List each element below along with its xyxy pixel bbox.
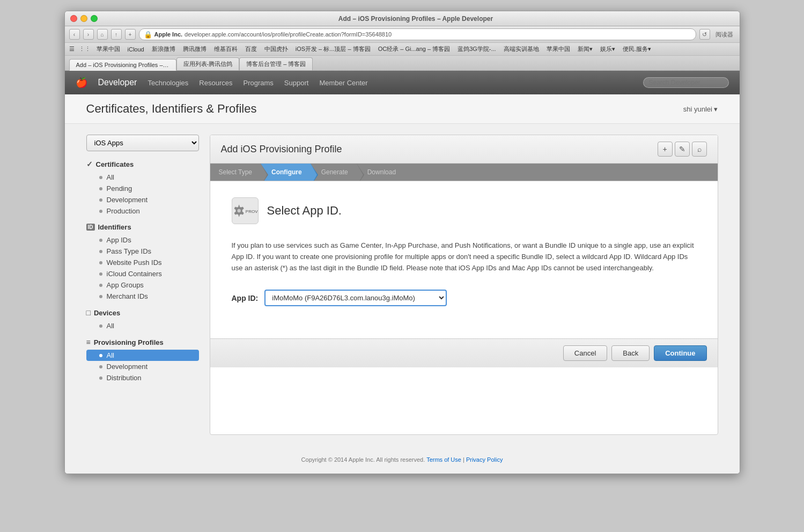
sidebar-item-icloud-label: iCloud Containers — [107, 270, 162, 278]
bookmark-grid: ⋮⋮ — [79, 46, 91, 53]
address-url: developer.apple.com/account/ios/profile/… — [185, 31, 392, 38]
nav-member-center[interactable]: Member Center — [319, 79, 367, 87]
content-body: PROV Select App ID. If you plan to use s… — [210, 181, 718, 338]
prov-label: PROV — [246, 209, 258, 214]
continue-button[interactable]: Continue — [654, 345, 706, 361]
gear-svg-icon — [232, 202, 246, 219]
tab-3[interactable]: 博客后台管理 – 博客园 — [239, 57, 313, 70]
bookmark-training[interactable]: 高端实训基地 — [502, 45, 541, 54]
provisioning-header: ≡ Provisioning Profiles — [86, 338, 199, 346]
provisioning-label: Provisioning Profiles — [94, 338, 164, 346]
page-title: Certificates, Identifiers & Profiles — [86, 102, 257, 116]
bookmark-wiki[interactable]: 维基百科 — [212, 45, 239, 54]
search-button[interactable]: ⌕ — [692, 142, 707, 157]
address-bar[interactable]: 🔒 Apple Inc. developer.apple.com/account… — [139, 28, 696, 40]
bookmark-ios[interactable]: iOS开发 – 标...顶层 – 博客园 — [294, 45, 372, 54]
bookmark-entertainment[interactable]: 娱乐▾ — [599, 45, 617, 54]
add-tab-button[interactable]: + — [125, 29, 136, 40]
bookmark-news[interactable]: 新闻▾ — [576, 45, 594, 54]
step-configure-label: Configure — [271, 168, 302, 176]
window-title: Add – iOS Provisioning Profiles – Apple … — [98, 15, 734, 23]
dot-icon — [99, 295, 102, 298]
certificates-header: ✓ Certificates — [86, 160, 199, 168]
content-actions: + ✎ ⌕ — [658, 142, 707, 157]
select-appid-header: PROV Select App ID. — [232, 197, 696, 224]
bookmark-apple-china[interactable]: 苹果中国 — [95, 45, 122, 54]
platform-dropdown[interactable]: iOS Apps — [86, 135, 199, 151]
dot-icon — [99, 176, 102, 179]
cancel-button[interactable]: Cancel — [563, 345, 607, 361]
sidebar-item-app-groups[interactable]: App Groups — [86, 279, 199, 291]
privacy-link[interactable]: Privacy Policy — [466, 456, 503, 463]
edit-button[interactable]: ✎ — [675, 142, 690, 157]
sidebar-item-profiles-dev-label: Development — [107, 363, 148, 371]
bookmark-icloud[interactable]: iCloud — [126, 46, 146, 53]
bookmark-services[interactable]: 便民.服务▾ — [621, 45, 653, 54]
search-input[interactable] — [643, 77, 729, 88]
bookmark-hupu[interactable]: 中国虎扑 — [263, 45, 290, 54]
sidebar-item-website-push-ids[interactable]: Website Push IDs — [86, 257, 199, 268]
sidebar-item-app-ids[interactable]: App IDs — [86, 234, 199, 246]
sidebar-item-profiles-dist-label: Distribution — [107, 374, 142, 382]
dot-icon — [99, 272, 102, 276]
content-title: Add iOS Provisioning Profile — [221, 144, 342, 155]
reload-button[interactable]: ↺ — [699, 29, 710, 40]
sidebar-item-profiles-distribution[interactable]: Distribution — [86, 372, 199, 383]
bookmark-baidu[interactable]: 百度 — [244, 45, 259, 54]
bookmark-oc[interactable]: OC经承 – Gi...ang – 博客园 — [377, 45, 452, 54]
tab-1[interactable]: Add – iOS Provisioning Profiles – Apple … — [69, 59, 176, 71]
nav-support[interactable]: Support — [284, 79, 309, 87]
svg-point-1 — [237, 209, 240, 212]
user-menu[interactable]: shi yunlei ▾ — [683, 105, 718, 113]
app-id-select[interactable]: iMoMoMo (F9A26D76L3.com.lanou3g.iMoMo) — [264, 290, 447, 306]
nav-resources[interactable]: Resources — [199, 79, 232, 87]
wizard-step-select-type[interactable]: Select Type — [210, 164, 261, 181]
provisioning-icon: ≡ — [86, 338, 91, 346]
sidebar-item-production[interactable]: Production — [86, 205, 199, 217]
main-layout: iOS Apps ✓ Certificates All Pending — [65, 124, 740, 446]
developer-brand: Developer — [98, 78, 137, 87]
sidebar-item-development[interactable]: Development — [86, 194, 199, 205]
nav-technologies[interactable]: Technologies — [147, 79, 188, 87]
sidebar-item-pending[interactable]: Pending — [86, 183, 199, 194]
tab-bar: Add – iOS Provisioning Profiles – Apple … — [65, 56, 740, 71]
home-button[interactable]: ⌂ — [97, 29, 108, 40]
nav-programs[interactable]: Programs — [243, 79, 273, 87]
bookmark-icon: ☰ — [69, 46, 75, 53]
provisioning-profile-icon: PROV — [232, 197, 259, 224]
back-button[interactable]: Back — [611, 345, 650, 361]
sidebar-item-website-push-ids-label: Website Push IDs — [107, 258, 162, 267]
minimize-button[interactable] — [80, 15, 87, 22]
sidebar: iOS Apps ✓ Certificates All Pending — [86, 135, 199, 435]
sidebar-item-pending-label: Pending — [107, 184, 132, 193]
dot-icon — [99, 250, 102, 253]
sidebar-item-pass-type-ids[interactable]: Pass Type IDs — [86, 246, 199, 257]
certificates-label: Certificates — [96, 160, 134, 168]
maximize-button[interactable] — [91, 15, 98, 22]
back-button[interactable]: ‹ — [69, 29, 80, 40]
content-header: Add iOS Provisioning Profile + ✎ ⌕ — [210, 135, 718, 164]
bookmark-qq[interactable]: 腾讯微博 — [181, 45, 208, 54]
step-select-type-label: Select Type — [219, 168, 252, 176]
id-icon: ID — [86, 224, 95, 231]
dot-icon — [99, 284, 102, 287]
bookmark-sina[interactable]: 新浪微博 — [150, 45, 177, 54]
bookmark-langu[interactable]: 蓝鸽3G学院-... — [456, 45, 498, 54]
dot-icon — [99, 239, 102, 242]
reader-button[interactable]: 阅读器 — [713, 31, 735, 39]
add-button[interactable]: + — [658, 142, 673, 157]
sidebar-item-merchant-ids[interactable]: Merchant IDs — [86, 291, 199, 302]
tab-2[interactable]: 应用列表-腾讯信鸽 — [176, 57, 240, 70]
sidebar-item-certs-all[interactable]: All — [86, 172, 199, 183]
share-button[interactable]: ↑ — [111, 29, 122, 40]
forward-button[interactable]: › — [83, 29, 94, 40]
wizard-steps: Select Type Configure Generate Download — [210, 164, 718, 181]
sidebar-item-devices-all[interactable]: All — [86, 320, 199, 331]
bookmark-apple2[interactable]: 苹果中国 — [545, 45, 572, 54]
sidebar-item-profiles-development[interactable]: Development — [86, 361, 199, 372]
terms-link[interactable]: Terms of Use — [426, 456, 461, 463]
sidebar-item-profiles-all[interactable]: All — [86, 350, 199, 361]
apple-nav: 🍎 Developer Technologies Resources Progr… — [65, 71, 740, 94]
close-button[interactable] — [70, 15, 77, 22]
sidebar-item-icloud-containers[interactable]: iCloud Containers — [86, 268, 199, 279]
